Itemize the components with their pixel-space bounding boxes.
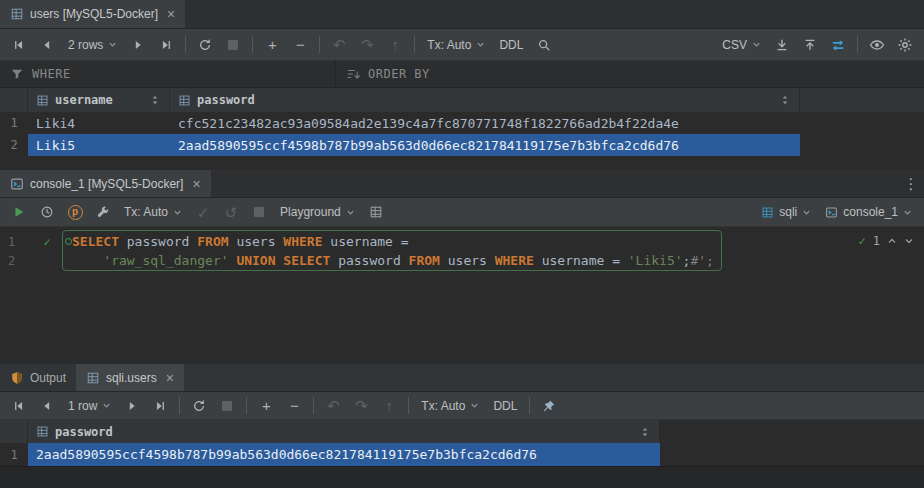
- schema-dropdown[interactable]: sqli: [755, 200, 817, 224]
- search-button[interactable]: [531, 33, 557, 57]
- column-header-username[interactable]: username: [28, 88, 170, 112]
- table-row[interactable]: 1 Liki4 cfc521c23482ac93a09584ad2e139c4a…: [0, 112, 924, 134]
- export-format-dropdown[interactable]: CSV: [716, 33, 767, 57]
- last-page-button[interactable]: [153, 33, 179, 57]
- cell-password[interactable]: cfc521c23482ac93a09584ad2e139c4a7fc87077…: [170, 112, 800, 134]
- delete-row-button[interactable]: −: [287, 33, 313, 57]
- delete-row-button[interactable]: −: [281, 394, 307, 418]
- console-icon: [10, 177, 24, 191]
- tx-mode-dropdown[interactable]: Tx: Auto: [415, 394, 485, 418]
- tab-users-grid[interactable]: users [MySQL5-Docker] ×: [0, 0, 185, 28]
- run-button[interactable]: [6, 200, 32, 224]
- chevron-down-icon[interactable]: [904, 236, 914, 246]
- data-extractor-button[interactable]: [825, 33, 851, 57]
- playground-dropdown[interactable]: Playground: [274, 200, 361, 224]
- code-token: [72, 253, 103, 268]
- table-row-selected[interactable]: 1 2aad5890595ccf4598b787b99ab563d0d66ec8…: [0, 443, 924, 466]
- pin-tab-button[interactable]: [536, 394, 562, 418]
- datagrip-window: users [MySQL5-Docker] × 2 rows + − ↶ ↷ ↑…: [0, 0, 924, 488]
- tab-title: sqli.users: [106, 371, 157, 385]
- code-line[interactable]: 1 ✓ SELECT password FROM users WHERE use…: [0, 232, 924, 251]
- play-icon: [12, 205, 26, 219]
- profile-button[interactable]: p: [62, 200, 88, 224]
- close-icon[interactable]: ×: [192, 177, 200, 191]
- output-layout-button[interactable]: [363, 200, 389, 224]
- redo-button: ↷: [348, 394, 374, 418]
- tab-output[interactable]: Output: [0, 364, 76, 391]
- tx-mode-dropdown[interactable]: Tx: Auto: [421, 33, 491, 57]
- reload-page-button[interactable]: [192, 33, 218, 57]
- settings-button[interactable]: [892, 33, 918, 57]
- cell-username[interactable]: Liki4: [28, 112, 170, 134]
- ddl-button[interactable]: DDL: [493, 38, 529, 52]
- tx-mode-dropdown[interactable]: Tx: Auto: [118, 200, 188, 224]
- code-token: =: [401, 234, 409, 249]
- cell-username[interactable]: Liki5: [28, 134, 170, 156]
- previous-page-button[interactable]: [34, 394, 60, 418]
- column-header-password[interactable]: password: [28, 420, 660, 443]
- code-token: username: [542, 253, 612, 268]
- code-token: password: [338, 253, 408, 268]
- page-size-dropdown[interactable]: 2 rows: [62, 33, 123, 57]
- sort-icon[interactable]: [639, 426, 651, 438]
- cell-password[interactable]: 2aad5890595ccf4598b787b99ab563d0d66ec821…: [28, 443, 660, 466]
- reload-page-button[interactable]: [186, 394, 212, 418]
- column-header-password[interactable]: password: [170, 88, 800, 112]
- code-token: #';: [690, 253, 713, 268]
- tab-result-grid[interactable]: sqli.users ×: [76, 364, 184, 391]
- row-number: 2: [0, 134, 28, 156]
- history-button[interactable]: [34, 200, 60, 224]
- schema-label: sqli: [779, 205, 797, 219]
- chevron-up-icon[interactable]: [887, 236, 897, 246]
- code-token: UNION: [236, 253, 283, 268]
- first-page-button[interactable]: [6, 394, 32, 418]
- cell-password[interactable]: 2aad5890595ccf4598b787b99ab563d0d66ec821…: [170, 134, 800, 156]
- more-options-icon[interactable]: ⋮: [898, 170, 924, 197]
- code-token: password: [127, 234, 197, 249]
- view-options-button[interactable]: [864, 33, 890, 57]
- sort-icon[interactable]: [779, 94, 791, 106]
- row-number: 1: [0, 112, 28, 134]
- close-icon[interactable]: ×: [167, 7, 175, 21]
- column-icon: [36, 94, 49, 107]
- sql-editor[interactable]: 1 ✓ SELECT password FROM users WHERE use…: [0, 227, 924, 364]
- first-page-button[interactable]: [6, 33, 32, 57]
- add-row-button[interactable]: +: [259, 33, 285, 57]
- profile-icon: p: [68, 205, 83, 220]
- row-number: 1: [0, 443, 28, 466]
- code-text: 'raw_sql_danger' UNION SELECT password F…: [64, 253, 714, 268]
- stop-icon: [222, 401, 232, 411]
- close-icon[interactable]: ×: [166, 371, 174, 385]
- console-toolbar: p Tx: Auto ✓ ↺ Playground sqli console_1: [0, 198, 924, 227]
- tab-console[interactable]: console_1 [MySQL5-Docker] ×: [0, 170, 211, 197]
- toolbar-separator: [252, 36, 253, 53]
- code-token: users: [236, 234, 283, 249]
- page-size-dropdown[interactable]: 1 row: [62, 394, 117, 418]
- inspection-widget[interactable]: ✓ 1: [859, 234, 914, 248]
- rollback-button: ↺: [218, 200, 244, 224]
- window-footer: [0, 466, 924, 488]
- tab-title: console_1 [MySQL5-Docker]: [30, 177, 183, 191]
- stop-button: [214, 394, 240, 418]
- previous-page-button[interactable]: [34, 33, 60, 57]
- ddl-button[interactable]: DDL: [487, 399, 523, 413]
- funnel-icon: [10, 67, 24, 81]
- sort-icon[interactable]: [149, 94, 161, 106]
- chevron-down-icon: [470, 401, 479, 410]
- next-page-button[interactable]: [125, 33, 151, 57]
- code-line[interactable]: 2 'raw_sql_danger' UNION SELECT password…: [0, 251, 924, 270]
- where-filter-field[interactable]: WHERE: [0, 61, 336, 87]
- table-row-selected[interactable]: 2 Liki5 2aad5890595ccf4598b787b99ab563d0…: [0, 134, 924, 156]
- code-token: WHERE: [283, 234, 330, 249]
- next-page-button[interactable]: [119, 394, 145, 418]
- configure-button[interactable]: [90, 200, 116, 224]
- last-page-button[interactable]: [147, 394, 173, 418]
- eye-icon: [869, 37, 885, 53]
- export-data-button[interactable]: [769, 33, 795, 57]
- session-dropdown[interactable]: console_1: [819, 200, 918, 224]
- order-by-field[interactable]: ORDER BY: [336, 61, 440, 87]
- clock-icon: [40, 205, 54, 219]
- toolbar-separator: [185, 36, 186, 53]
- add-row-button[interactable]: +: [253, 394, 279, 418]
- import-data-button[interactable]: [797, 33, 823, 57]
